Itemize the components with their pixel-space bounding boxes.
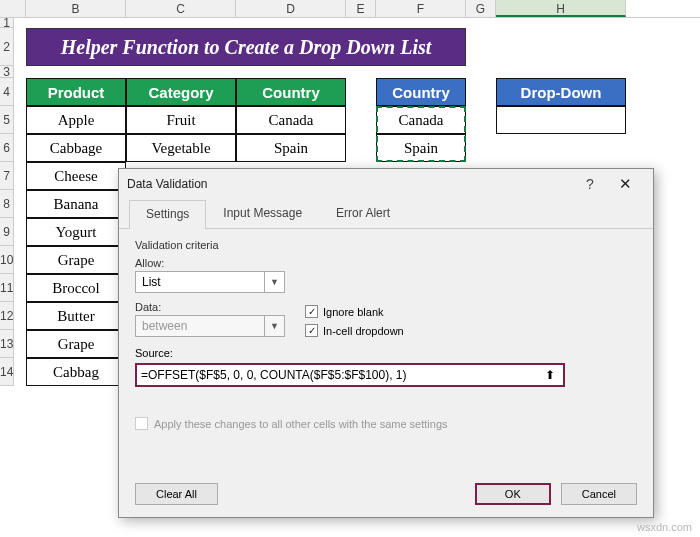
chevron-down-icon: ▼ bbox=[264, 316, 284, 336]
allow-value: List bbox=[142, 275, 161, 289]
cancel-button[interactable]: Cancel bbox=[561, 483, 637, 505]
col-header[interactable]: D bbox=[236, 0, 346, 17]
apply-same-checkbox bbox=[135, 417, 148, 430]
col-header[interactable]: C bbox=[126, 0, 236, 17]
col-header[interactable]: B bbox=[26, 0, 126, 17]
data-label: Data: bbox=[135, 301, 285, 313]
clear-all-button[interactable]: Clear All bbox=[135, 483, 218, 505]
close-button[interactable]: ✕ bbox=[605, 175, 645, 193]
header-country[interactable]: Country bbox=[236, 78, 346, 106]
row-header[interactable]: 1 bbox=[0, 18, 14, 28]
watermark: wsxdn.com bbox=[637, 521, 692, 533]
source-input-wrap: ⬆ bbox=[135, 363, 565, 387]
tab-input-message[interactable]: Input Message bbox=[206, 199, 319, 228]
cell-country-side[interactable]: Canada bbox=[376, 106, 466, 134]
dialog-title: Data Validation bbox=[127, 177, 208, 191]
row-header[interactable]: 4 bbox=[0, 78, 14, 106]
incell-dropdown-label: In-cell dropdown bbox=[323, 325, 404, 337]
row-header[interactable]: 12 bbox=[0, 302, 14, 330]
cell-product[interactable]: Grape bbox=[26, 246, 126, 274]
ok-button[interactable]: OK bbox=[475, 483, 551, 505]
data-value: between bbox=[142, 319, 187, 333]
criteria-label: Validation criteria bbox=[135, 239, 637, 251]
apply-same-label: Apply these changes to all other cells w… bbox=[154, 418, 448, 430]
header-product[interactable]: Product bbox=[26, 78, 126, 106]
row-header[interactable]: 13 bbox=[0, 330, 14, 358]
column-headers: B C D E F G H bbox=[0, 0, 700, 18]
row-header[interactable]: 11 bbox=[0, 274, 14, 302]
cell-product[interactable]: Banana bbox=[26, 190, 126, 218]
col-header-selected[interactable]: H bbox=[496, 0, 626, 17]
allow-label: Allow: bbox=[135, 257, 285, 269]
help-button[interactable]: ? bbox=[575, 176, 605, 192]
header-category[interactable]: Category bbox=[126, 78, 236, 106]
header-dropdown[interactable]: Drop-Down bbox=[496, 78, 626, 106]
select-all-corner[interactable] bbox=[0, 0, 26, 17]
cell-category[interactable]: Vegetable bbox=[126, 134, 236, 162]
ignore-blank-label: Ignore blank bbox=[323, 306, 384, 318]
allow-select[interactable]: List ▼ bbox=[135, 271, 285, 293]
row-header[interactable]: 8 bbox=[0, 190, 14, 218]
chevron-down-icon: ▼ bbox=[264, 272, 284, 292]
row-header[interactable]: 6 bbox=[0, 134, 14, 162]
source-input[interactable] bbox=[141, 368, 541, 382]
row-header[interactable]: 9 bbox=[0, 218, 14, 246]
row-header[interactable]: 2 bbox=[0, 28, 14, 66]
cell-product[interactable]: Yogurt bbox=[26, 218, 126, 246]
dialog-tabs: Settings Input Message Error Alert bbox=[119, 199, 653, 229]
range-picker-icon[interactable]: ⬆ bbox=[541, 368, 559, 382]
row-header[interactable]: 14 bbox=[0, 358, 14, 386]
header-country-side[interactable]: Country bbox=[376, 78, 466, 106]
ignore-blank-checkbox[interactable] bbox=[305, 305, 318, 318]
row-header[interactable]: 10 bbox=[0, 246, 14, 274]
cell-product[interactable]: Cheese bbox=[26, 162, 126, 190]
tab-error-alert[interactable]: Error Alert bbox=[319, 199, 407, 228]
cell-product[interactable]: Broccol bbox=[26, 274, 126, 302]
cell-country[interactable]: Canada bbox=[236, 106, 346, 134]
cell-product[interactable]: Apple bbox=[26, 106, 126, 134]
data-validation-dialog: Data Validation ? ✕ Settings Input Messa… bbox=[118, 168, 654, 518]
cell-product[interactable]: Butter bbox=[26, 302, 126, 330]
source-label: Source: bbox=[135, 347, 637, 363]
col-header[interactable]: F bbox=[376, 0, 466, 17]
cell-product[interactable]: Cabbage bbox=[26, 134, 126, 162]
cell-country[interactable]: Spain bbox=[236, 134, 346, 162]
cell-product[interactable]: Cabbag bbox=[26, 358, 126, 386]
cell-product[interactable]: Grape bbox=[26, 330, 126, 358]
row-header[interactable]: 7 bbox=[0, 162, 14, 190]
cell-category[interactable]: Fruit bbox=[126, 106, 236, 134]
title-banner: Helper Function to Create a Drop Down Li… bbox=[26, 28, 466, 66]
cell-country-side[interactable]: Spain bbox=[376, 134, 466, 162]
row-header[interactable]: 5 bbox=[0, 106, 14, 134]
incell-dropdown-checkbox[interactable] bbox=[305, 324, 318, 337]
col-header[interactable]: G bbox=[466, 0, 496, 17]
dialog-titlebar[interactable]: Data Validation ? ✕ bbox=[119, 169, 653, 199]
row-header[interactable]: 3 bbox=[0, 66, 14, 78]
cell-dropdown-target[interactable] bbox=[496, 106, 626, 134]
data-select: between ▼ bbox=[135, 315, 285, 337]
tab-settings[interactable]: Settings bbox=[129, 200, 206, 229]
col-header[interactable]: E bbox=[346, 0, 376, 17]
